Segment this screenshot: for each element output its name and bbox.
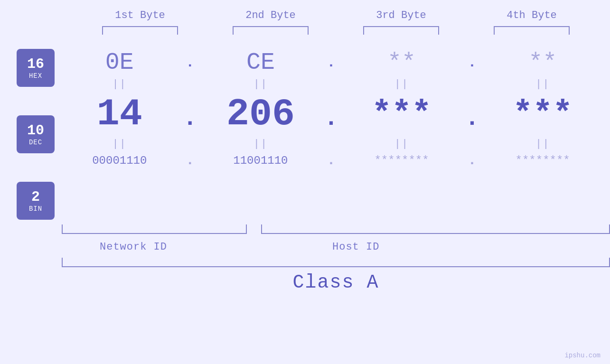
- hex-badge-number: 16: [27, 56, 44, 72]
- eq-sep-2: ||: [208, 78, 313, 90]
- byte-labels-row: 1st Byte 2nd Byte 3rd Byte 4th Byte: [75, 9, 597, 21]
- eq-sep-7: ||: [349, 138, 454, 150]
- bracket-top-2: [233, 26, 309, 35]
- eq-sep-1: ||: [67, 78, 172, 90]
- dec-badge-number: 10: [27, 123, 44, 139]
- bin-value-3: ********: [374, 154, 429, 167]
- bin-dot-2: .: [324, 152, 338, 168]
- hex-value-4: **: [528, 49, 557, 76]
- hex-value-2: CE: [246, 49, 275, 76]
- dec-cell-4: ***: [490, 95, 595, 133]
- dec-value-4: ***: [513, 95, 572, 133]
- bin-badge: 2 BIN: [17, 182, 55, 220]
- hex-dot-1: .: [183, 55, 197, 71]
- byte-label-4: 4th Byte: [479, 9, 584, 21]
- hex-dot-2: .: [324, 55, 338, 71]
- bin-cell-3: ********: [349, 154, 454, 167]
- bin-dot-1: .: [183, 152, 197, 168]
- dec-dot-1: .: [183, 105, 197, 136]
- bin-row: 00001110 . 11001110 . ******** . *******…: [62, 152, 601, 168]
- dec-cell-2: 206: [208, 93, 313, 136]
- hex-row: 0E . CE . ** . **: [62, 49, 601, 76]
- hex-badge-label: HEX: [29, 72, 42, 80]
- bin-cell-2: 11001110: [208, 154, 313, 167]
- dec-dot-3: .: [465, 105, 479, 136]
- byte-label-1: 1st Byte: [88, 9, 192, 21]
- top-bracket-2: [218, 26, 323, 35]
- main-content: 16 HEX 10 DEC 2 BIN 0E . CE: [0, 49, 610, 220]
- eq-sep-8: ||: [490, 138, 595, 150]
- bin-cell-1: 00001110: [67, 154, 172, 167]
- top-bracket-1: [88, 26, 192, 35]
- bin-value-4: ********: [516, 154, 570, 167]
- eq-row-2: || || || ||: [62, 138, 601, 150]
- eq-sep-4: ||: [490, 78, 595, 90]
- bracket-top-1: [102, 26, 178, 35]
- eq-sep-3: ||: [349, 78, 454, 90]
- bin-badge-label: BIN: [29, 205, 42, 213]
- dec-value-3: ***: [372, 95, 432, 133]
- bin-badge-number: 2: [31, 189, 40, 205]
- hex-badge: 16 HEX: [17, 49, 55, 87]
- top-bracket-4: [479, 26, 584, 35]
- dec-cell-1: 14: [67, 93, 172, 136]
- data-grid: 0E . CE . ** . ** || ||: [62, 49, 610, 168]
- hex-cell-2: CE: [208, 49, 313, 76]
- badge-column: 16 HEX 10 DEC 2 BIN: [0, 49, 62, 220]
- bin-value-1: 00001110: [92, 154, 147, 167]
- hex-value-1: 0E: [105, 49, 134, 76]
- hex-cell-1: 0E: [67, 49, 172, 76]
- byte-label-2: 2nd Byte: [218, 9, 323, 21]
- bracket-top-3: [363, 26, 439, 35]
- dec-row: 14 . 206 . *** . ***: [62, 93, 601, 136]
- byte-label-3: 3rd Byte: [349, 9, 453, 21]
- top-bracket-3: [349, 26, 453, 35]
- dec-badge: 10 DEC: [17, 115, 55, 153]
- dec-value-1: 14: [97, 93, 142, 136]
- big-bracket: [62, 258, 610, 267]
- hex-dot-3: .: [465, 55, 479, 71]
- eq-sep-6: ||: [208, 138, 313, 150]
- hex-value-3: **: [387, 49, 416, 76]
- network-id-label: Network ID: [100, 241, 167, 253]
- network-bracket: [62, 224, 247, 234]
- eq-row-1: || || || ||: [62, 78, 601, 90]
- dec-cell-3: ***: [349, 95, 454, 133]
- class-label: Class A: [62, 272, 610, 293]
- page-wrapper: 1st Byte 2nd Byte 3rd Byte 4th Byte 16 H…: [0, 0, 610, 364]
- hex-cell-3: **: [349, 49, 454, 76]
- host-bracket: [261, 224, 610, 234]
- dec-value-2: 206: [226, 93, 295, 136]
- bin-cell-4: ********: [490, 154, 595, 167]
- bracket-top-4: [494, 26, 570, 35]
- host-id-label: Host ID: [332, 241, 379, 253]
- hex-cell-4: **: [490, 49, 595, 76]
- bottom-brackets: [62, 224, 610, 239]
- dec-badge-label: DEC: [29, 139, 42, 146]
- bin-value-2: 11001110: [233, 154, 288, 167]
- bin-dot-3: .: [465, 152, 479, 168]
- eq-sep-5: ||: [67, 138, 172, 150]
- watermark: ipshu.com: [564, 352, 601, 359]
- dec-dot-2: .: [324, 105, 338, 136]
- top-brackets-row: [75, 26, 597, 35]
